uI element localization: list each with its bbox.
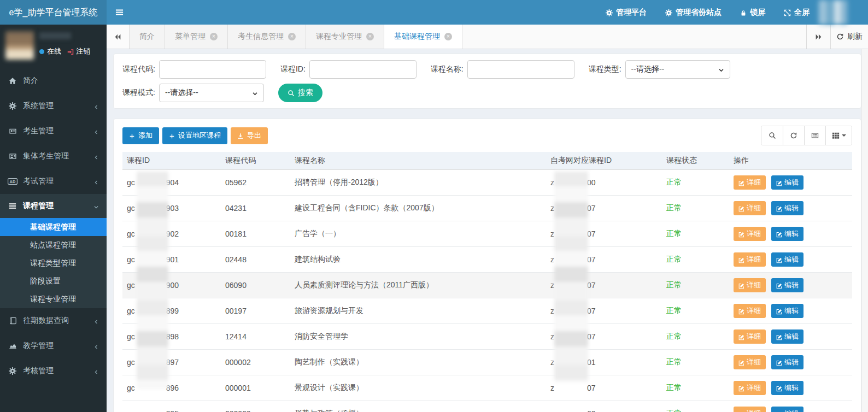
sidebar: 在线 注销 简介 系统管理 考生管理 bbox=[0, 25, 107, 412]
sidebar-item-intro[interactable]: 简介 bbox=[0, 68, 107, 93]
tab-intro[interactable]: 简介 bbox=[130, 25, 165, 49]
course-code: 000001 bbox=[221, 375, 290, 401]
course-id-suffix: 900 bbox=[166, 281, 179, 290]
edit-button[interactable]: 编辑 bbox=[771, 381, 804, 395]
course-id-suffix: 902 bbox=[166, 229, 179, 238]
submenu-item-site-course[interactable]: 站点课程管理 bbox=[0, 236, 107, 254]
col-course-id[interactable]: 课程ID bbox=[122, 152, 221, 170]
close-icon[interactable]: × bbox=[288, 33, 296, 40]
edit-button[interactable]: 编辑 bbox=[771, 278, 804, 292]
toggle-view-button[interactable] bbox=[804, 126, 825, 145]
course-name-input[interactable] bbox=[467, 60, 574, 79]
tab-base-course[interactable]: 基础课程管理 × bbox=[384, 25, 462, 49]
set-region-course-button[interactable]: 设置地区课程 bbox=[162, 127, 227, 144]
edit-button[interactable]: 编辑 bbox=[771, 304, 804, 318]
edit-button[interactable]: 编辑 bbox=[771, 355, 804, 369]
tab-examinee-info[interactable]: 考生信息管理 × bbox=[228, 25, 306, 49]
sidebar-item-system[interactable]: 系统管理 bbox=[0, 93, 107, 119]
add-button[interactable]: 添加 bbox=[122, 127, 159, 144]
sidebar-toggle-button[interactable] bbox=[107, 0, 132, 25]
logout-link[interactable]: 注销 bbox=[67, 46, 90, 56]
detail-button[interactable]: 详细 bbox=[734, 201, 766, 215]
col-course-name[interactable]: 课程名称 bbox=[290, 152, 546, 170]
status-badge: 正常 bbox=[662, 401, 729, 412]
detail-button[interactable]: 详细 bbox=[734, 252, 766, 267]
edit-button[interactable]: 编辑 bbox=[771, 407, 804, 412]
close-icon[interactable]: × bbox=[210, 33, 218, 40]
pencil-square-icon bbox=[738, 281, 744, 290]
tab-menu-management[interactable]: 菜单管理 × bbox=[165, 25, 228, 49]
sidebar-item-history-data[interactable]: 往期数据查询 bbox=[0, 308, 107, 333]
detail-button[interactable]: 详细 bbox=[734, 381, 766, 395]
sidebar-item-group-examinee[interactable]: 集体考生管理 bbox=[0, 144, 107, 169]
sidebar-item-course[interactable]: 课程管理 bbox=[0, 194, 107, 218]
manage-province-button[interactable]: 管理省份站点 bbox=[656, 0, 731, 25]
submenu-item-course-major[interactable]: 课程专业管理 bbox=[0, 290, 107, 308]
course-code-input[interactable] bbox=[159, 60, 266, 79]
col-actions[interactable]: 操作 bbox=[729, 152, 852, 170]
chevron-down-icon bbox=[252, 89, 258, 97]
fullscreen-icon bbox=[784, 8, 791, 17]
edit-button[interactable]: 编辑 bbox=[771, 329, 804, 344]
sidebar-item-label: 往期数据查询 bbox=[23, 316, 69, 326]
col-course-status[interactable]: 课程状态 bbox=[662, 152, 729, 170]
edit-button-label: 编辑 bbox=[784, 178, 799, 187]
refresh-tab-button[interactable]: 刷新 bbox=[830, 25, 868, 49]
tabs-scroll-right-button[interactable] bbox=[806, 25, 830, 49]
manage-platform-button[interactable]: 管理平台 bbox=[596, 0, 656, 25]
sidebar-item-teaching[interactable]: 教学管理 bbox=[0, 333, 107, 358]
tab-course-major[interactable]: 课程专业管理 × bbox=[306, 25, 384, 49]
course-id-prefix: gc bbox=[127, 307, 135, 315]
detail-button-label: 详细 bbox=[747, 255, 761, 264]
sidebar-item-assessment[interactable]: 考核管理 bbox=[0, 358, 107, 384]
detail-button[interactable]: 详细 bbox=[734, 175, 766, 190]
edit-button[interactable]: 编辑 bbox=[771, 252, 804, 267]
submenu-item-course-type[interactable]: 课程类型管理 bbox=[0, 254, 107, 272]
course-id-input[interactable] bbox=[309, 60, 417, 79]
submenu-item-stage-setting[interactable]: 阶段设置 bbox=[0, 272, 107, 290]
detail-button[interactable]: 详细 bbox=[734, 355, 766, 369]
pencil-square-icon bbox=[776, 384, 782, 392]
table-refresh-button[interactable] bbox=[783, 126, 804, 145]
col-course-code[interactable]: 课程代码 bbox=[221, 152, 290, 170]
logout-label: 注销 bbox=[76, 46, 90, 56]
zk-id-prefix: z bbox=[550, 384, 554, 392]
redacted-username bbox=[39, 32, 71, 39]
search-button[interactable]: 搜索 bbox=[278, 84, 322, 102]
fullscreen-button[interactable]: 全屏 bbox=[775, 0, 819, 25]
col-zk-course-id[interactable]: 自考网对应课程ID bbox=[546, 152, 662, 170]
sidebar-item-examinee[interactable]: 考生管理 bbox=[0, 119, 107, 144]
course-id-label: 课程ID: bbox=[280, 64, 306, 74]
table-row: gc904 05962 招聘管理（停用-2012版） z00 正常 详细 编辑 bbox=[122, 170, 852, 196]
pencil-square-icon bbox=[738, 307, 744, 315]
tabs-scroll-left-button[interactable] bbox=[107, 25, 130, 49]
export-button-label: 导出 bbox=[247, 131, 261, 140]
detail-button[interactable]: 详细 bbox=[734, 278, 766, 292]
close-icon[interactable]: × bbox=[366, 33, 374, 40]
search-button-label: 搜索 bbox=[298, 88, 313, 98]
course-mode-select[interactable]: --请选择-- bbox=[159, 84, 264, 102]
audio-description-icon: AD bbox=[8, 178, 17, 185]
lock-screen-button[interactable]: 锁屏 bbox=[731, 0, 775, 25]
edit-button[interactable]: 编辑 bbox=[771, 175, 804, 190]
close-icon[interactable]: × bbox=[444, 33, 452, 40]
detail-button[interactable]: 详细 bbox=[734, 227, 766, 241]
table-tools-group bbox=[761, 126, 852, 145]
detail-button-label: 详细 bbox=[747, 178, 761, 187]
detail-button[interactable]: 详细 bbox=[734, 329, 766, 344]
export-button[interactable]: 导出 bbox=[231, 127, 268, 144]
sidebar-item-exam[interactable]: AD 考试管理 bbox=[0, 169, 107, 194]
detail-button[interactable]: 详细 bbox=[734, 407, 766, 412]
submenu-item-base-course[interactable]: 基础课程管理 bbox=[0, 218, 107, 236]
edit-button[interactable]: 编辑 bbox=[771, 201, 804, 215]
scrollbar[interactable] bbox=[861, 49, 868, 412]
manage-platform-label: 管理平台 bbox=[616, 8, 647, 17]
edit-button[interactable]: 编辑 bbox=[771, 227, 804, 241]
refresh-icon bbox=[836, 32, 844, 41]
columns-button[interactable] bbox=[825, 126, 852, 145]
filter-panel: 课程代码: 课程ID: 课程名称: 课程类型: --请选择-- 课程模式: - bbox=[113, 54, 861, 109]
detail-button[interactable]: 详细 bbox=[734, 304, 766, 318]
course-mode-value: --请选择-- bbox=[165, 88, 198, 98]
table-search-button[interactable] bbox=[761, 126, 783, 145]
course-type-select[interactable]: --请选择-- bbox=[625, 60, 730, 79]
